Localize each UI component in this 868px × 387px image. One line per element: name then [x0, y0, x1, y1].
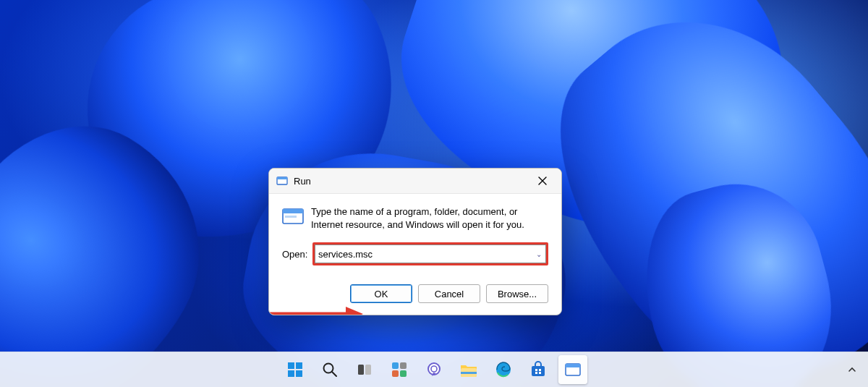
svg-rect-9 [288, 370, 294, 377]
taskbar-start[interactable] [281, 355, 310, 384]
system-tray[interactable] [842, 352, 862, 387]
taskbar-edge[interactable] [489, 355, 518, 384]
taskbar-store[interactable] [524, 355, 553, 384]
open-field-highlight: ⌄ [312, 242, 548, 265]
run-titlebar-icon [276, 175, 288, 187]
svg-line-12 [332, 372, 336, 376]
taskbar-chat[interactable] [420, 355, 448, 384]
svg-rect-3 [283, 209, 303, 213]
svg-rect-27 [535, 372, 537, 374]
taskbar-task-view[interactable] [350, 355, 379, 384]
cancel-button[interactable]: Cancel [418, 284, 480, 303]
chevron-up-icon [848, 365, 856, 374]
tray-overflow-icon[interactable] [842, 360, 862, 380]
taskbar-search[interactable] [315, 355, 344, 384]
taskbar-widgets[interactable] [385, 355, 414, 384]
svg-rect-18 [400, 370, 407, 377]
open-combobox[interactable]: ⌄ [315, 244, 546, 263]
windows-start-icon [286, 361, 304, 378]
taskbar [0, 352, 868, 387]
dialog-title: Run [294, 176, 528, 187]
svg-rect-26 [539, 369, 541, 371]
ok-button[interactable]: OK [350, 284, 412, 303]
open-input[interactable] [315, 246, 532, 262]
store-icon [529, 361, 547, 378]
close-icon [538, 177, 547, 185]
run-app-icon [565, 362, 581, 377]
instruction-text: Type the name of a program, folder, docu… [307, 205, 548, 231]
run-dialog: Run Type the name of a program, folder, … [268, 168, 562, 315]
svg-rect-17 [392, 370, 399, 377]
svg-rect-4 [285, 216, 297, 218]
chevron-down-icon[interactable]: ⌄ [532, 250, 545, 258]
svg-rect-7 [288, 362, 294, 369]
svg-rect-8 [296, 362, 302, 369]
svg-rect-22 [461, 372, 477, 374]
svg-rect-15 [392, 362, 399, 369]
titlebar[interactable]: Run [269, 169, 561, 194]
browse-button[interactable]: Browse... [486, 284, 548, 303]
svg-rect-16 [400, 362, 407, 369]
widgets-icon [391, 361, 408, 378]
taskbar-run-app[interactable] [558, 355, 587, 384]
svg-rect-24 [532, 366, 545, 376]
taskbar-file-explorer[interactable] [454, 355, 483, 384]
svg-rect-25 [535, 369, 537, 371]
run-dialog-icon [282, 205, 307, 228]
task-view-icon [356, 361, 373, 378]
svg-rect-28 [539, 372, 541, 374]
svg-rect-10 [296, 370, 302, 377]
open-label: Open: [282, 249, 312, 260]
svg-rect-14 [365, 365, 371, 375]
svg-rect-30 [566, 364, 580, 367]
close-button[interactable] [528, 171, 557, 191]
folder-icon [459, 361, 478, 378]
chat-icon [425, 361, 443, 378]
edge-icon [495, 361, 512, 378]
svg-rect-1 [277, 177, 287, 179]
svg-rect-13 [358, 365, 364, 375]
search-icon [321, 361, 339, 378]
dialog-buttons: OK Cancel Browse... [269, 268, 561, 315]
